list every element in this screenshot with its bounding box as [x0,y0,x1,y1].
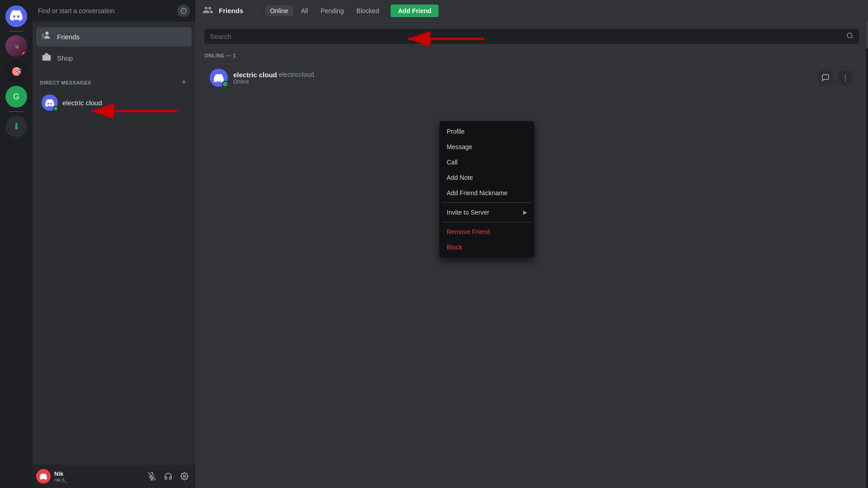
dm-avatar-electric-cloud [42,94,58,111]
context-menu-item-call[interactable]: Call [442,155,532,170]
svg-point-6 [845,75,846,76]
tab-all[interactable]: All [297,5,313,16]
server-sidebar: 🎭 ! 🎯 G ⬇ [0,0,33,488]
svg-point-7 [845,77,846,78]
friends-area: ONLINE — 1 electric cloud electriccloud.… [195,22,868,488]
user-panel-info: Nik nik.6_ [54,470,141,483]
discord-home-button[interactable] [5,5,27,27]
shop-label: Shop [57,54,73,62]
top-nav: Friends Online All Pending Blocked Add F… [195,0,868,22]
dm-section-title: DIRECT MESSAGES [40,80,91,85]
server-divider-2 [9,111,24,112]
dm-name-electric-cloud: electric cloud [62,99,102,107]
message-friend-button[interactable] [817,70,834,86]
friends-nav-icon [203,5,213,17]
search-kbd-indicator [177,5,190,17]
friend-name: electric cloud [233,71,277,79]
notification-badge-1: ! [21,51,27,57]
svg-point-8 [845,80,846,80]
add-friend-button[interactable]: Add Friend [391,5,439,17]
friend-row-electric-cloud[interactable]: electric cloud electriccloud. Online [204,64,859,91]
sidebar-item-shop[interactable]: Shop [36,48,192,68]
friend-info-electric-cloud: electric cloud electriccloud. Online [233,71,817,85]
tab-blocked[interactable]: Blocked [352,5,384,16]
sidebar-item-friends[interactable]: Friends [36,27,192,47]
search-bar[interactable]: Find or start a conversation [33,0,195,22]
mute-button[interactable] [145,469,159,483]
friend-username: electriccloud. [279,71,316,78]
dm-status-indicator [53,106,58,111]
server-avatar-img-3: G [13,92,19,102]
settings-button[interactable] [177,469,192,483]
tab-online[interactable]: Online [265,5,292,16]
context-menu-item-add-nickname[interactable]: Add Friend Nickname [442,185,532,201]
context-menu-divider-1 [442,202,532,203]
friend-actions [817,70,854,86]
context-menu: Profile Message Call Add Note Add Friend… [439,121,534,258]
shop-icon [42,52,52,64]
context-menu-item-block[interactable]: Block [442,239,532,255]
svg-point-4 [184,475,186,478]
left-panel: Find or start a conversation Friends [33,0,195,488]
discord-logo-icon [10,9,23,24]
friends-search-input[interactable] [204,29,859,44]
search-bar-text: Find or start a conversation [38,7,177,14]
friends-label: Friends [57,33,80,41]
friend-avatar-electric-cloud [210,69,228,87]
server-avatar-img-2: 🎯 [11,66,22,77]
context-menu-item-profile[interactable]: Profile [442,124,532,139]
nav-divider [258,5,258,16]
friend-status-indicator [222,81,228,87]
friends-icon [42,31,52,43]
context-menu-divider-2 [442,222,532,222]
headphones-button[interactable] [161,469,175,483]
more-options-button[interactable] [837,70,854,86]
user-panel-avatar [36,469,51,483]
friends-search-container [204,29,859,44]
server-icon-2[interactable]: 🎯 [5,61,27,82]
context-menu-item-add-note[interactable]: Add Note [442,170,532,185]
server-divider-1 [9,31,24,32]
context-menu-item-message[interactable]: Message [442,139,532,155]
dm-item-electric-cloud[interactable]: electric cloud [36,92,192,113]
chevron-right-icon: ▶ [523,209,527,216]
svg-rect-1 [42,55,51,61]
left-panel-content: Friends Shop DIRECT MESSAGES + [33,22,195,465]
context-menu-item-remove-friend[interactable]: Remove Friend [442,224,532,239]
download-button[interactable]: ⬇ [5,116,27,137]
server-icon-3[interactable]: G [5,86,27,108]
online-section-header: ONLINE — 1 [204,53,859,58]
server-icon-1[interactable]: 🎭 ! [5,35,27,57]
server-avatar-img-1: 🎭 [14,44,19,49]
svg-point-5 [847,33,852,38]
friend-status-text: Online [233,79,817,85]
scrollbar[interactable] [866,22,868,488]
scrollbar-thumb [866,22,868,49]
main-content: Friends Online All Pending Blocked Add F… [195,0,868,488]
nav-friends-label: Friends [219,7,243,14]
dm-section-header: DIRECT MESSAGES + [36,70,192,90]
user-panel-actions [145,469,192,483]
context-menu-item-invite-to-server[interactable]: Invite to Server ▶ [442,205,532,220]
user-panel: Nik nik.6_ [33,465,195,488]
tab-pending[interactable]: Pending [316,5,348,16]
user-panel-tag: nik.6_ [54,477,141,483]
friends-search-icon [846,32,854,41]
user-panel-name: Nik [54,470,141,477]
dm-add-button[interactable]: + [179,77,188,88]
download-icon: ⬇ [13,121,20,132]
